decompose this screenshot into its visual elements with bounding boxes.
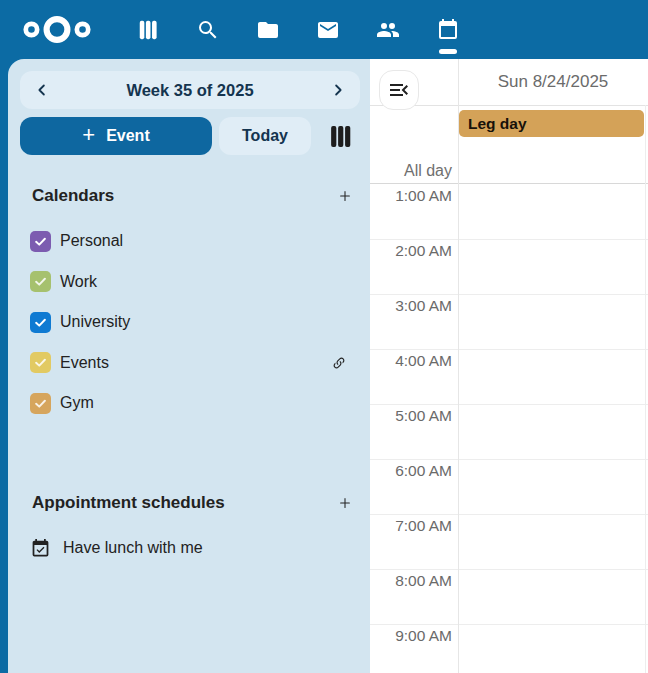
calendar-day-view: Sun 8/24/2025 Leg day All day 1:00 AM 2:… [370,59,648,673]
add-calendar-button[interactable] [332,183,358,209]
appointment-name: Have lunch with me [63,539,203,557]
hour-label: 1:00 AM [370,185,452,205]
all-day-label: All day [370,162,452,180]
time-gutter-divider [458,59,459,673]
calendar-checkbox[interactable] [30,271,51,292]
previous-week-button[interactable] [24,73,60,107]
hour-label: 6:00 AM [370,460,452,480]
calendar-item-personal[interactable]: Personal [8,221,370,262]
search-icon[interactable] [188,10,228,50]
calendar-name: Gym [60,394,94,412]
calendar-list: Personal Work University Events [8,221,370,424]
week-navigation: Week 35 of 2025 [20,71,360,109]
hour-slot[interactable]: 4:00 AM [370,350,648,405]
app-content: Week 35 of 2025 + Event Today [8,59,648,673]
appointments-title: Appointment schedules [32,493,225,513]
dashboard-icon[interactable] [128,10,168,50]
hour-label: 8:00 AM [370,570,452,590]
next-week-button[interactable] [320,73,356,107]
hour-slot[interactable]: 9:00 AM [370,625,648,673]
hour-slot[interactable]: 6:00 AM [370,460,648,515]
calendar-name: Work [60,273,97,291]
contacts-icon[interactable] [368,10,408,50]
hour-grid: 1:00 AM 2:00 AM 3:00 AM 4:00 AM 5:00 AM … [370,185,648,673]
event-title: Leg day [468,115,527,133]
new-event-button[interactable]: + Event [20,117,212,155]
link-icon[interactable] [326,350,352,376]
hour-label: 7:00 AM [370,515,452,535]
hour-label: 4:00 AM [370,350,452,370]
appointments-section-header: Appointment schedules [32,490,358,516]
topbar [0,0,648,59]
hour-slot[interactable]: 5:00 AM [370,405,648,460]
calendar-name: University [60,313,130,331]
calendar-item-events[interactable]: Events [8,343,370,384]
all-day-event[interactable]: Leg day [459,110,644,137]
calendar-name: Events [60,354,109,372]
calendar-check-icon [30,538,51,559]
mail-icon[interactable] [308,10,348,50]
day-column-right-divider [645,105,646,673]
hour-label: 2:00 AM [370,240,452,260]
calendar-icon[interactable] [428,10,468,50]
view-columns-icon[interactable] [320,117,360,155]
hour-slot[interactable]: 2:00 AM [370,240,648,295]
hour-label: 9:00 AM [370,625,452,645]
add-appointment-button[interactable] [332,490,358,516]
calendar-sidebar: Week 35 of 2025 + Event Today [8,59,370,673]
hour-slot[interactable]: 3:00 AM [370,295,648,350]
hour-slot[interactable]: 7:00 AM [370,515,648,570]
hour-slot[interactable]: 8:00 AM [370,570,648,625]
hour-label: 5:00 AM [370,405,452,425]
calendars-title: Calendars [32,186,114,206]
calendar-item-gym[interactable]: Gym [8,383,370,424]
calendars-section-header: Calendars [32,183,358,209]
new-event-label: Event [106,127,150,145]
calendar-item-work[interactable]: Work [8,262,370,303]
all-day-row: Leg day All day [370,106,648,184]
calendar-item-university[interactable]: University [8,302,370,343]
day-header[interactable]: Sun 8/24/2025 [458,59,648,105]
week-label: Week 35 of 2025 [60,81,320,100]
calendar-checkbox[interactable] [30,231,51,252]
today-button[interactable]: Today [219,117,311,155]
sidebar-actions: + Event Today [20,117,360,155]
files-icon[interactable] [248,10,288,50]
menu-open-icon[interactable] [379,70,419,110]
plus-icon: + [82,124,95,146]
hour-slot[interactable]: 1:00 AM [370,185,648,240]
calendar-checkbox[interactable] [30,393,51,414]
nextcloud-logo[interactable] [22,13,92,46]
calendar-name: Personal [60,232,123,250]
active-app-indicator [439,49,457,54]
calendar-checkbox[interactable] [30,312,51,333]
appointment-item[interactable]: Have lunch with me [30,536,203,560]
hour-label: 3:00 AM [370,295,452,315]
calendar-checkbox[interactable] [30,352,51,373]
